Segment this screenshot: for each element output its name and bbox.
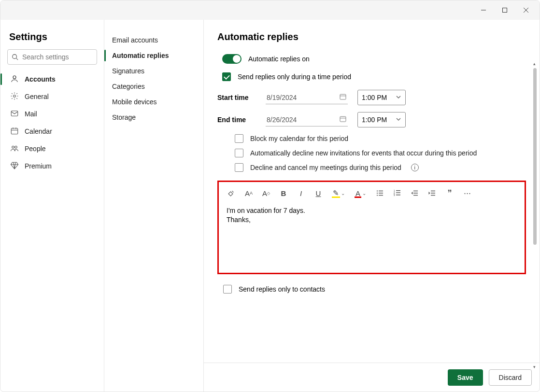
subnav-storage[interactable]: Storage — [104, 110, 203, 125]
svg-point-6 — [13, 76, 16, 79]
subnav-categories[interactable]: Categories — [104, 79, 203, 94]
sidebar-item-mail[interactable]: Mail — [5, 105, 99, 123]
svg-rect-33 — [413, 195, 418, 196]
svg-text:3: 3 — [394, 194, 395, 196]
svg-rect-34 — [431, 191, 435, 192]
decrease-indent-button[interactable] — [410, 188, 420, 198]
svg-point-14 — [15, 146, 17, 148]
svg-rect-28 — [396, 193, 400, 194]
decline-new-label: Automatically decline new invitations fo… — [250, 149, 477, 157]
contacts-only-checkbox[interactable] — [223, 285, 232, 294]
block-calendar-checkbox[interactable] — [235, 134, 243, 143]
decline-cancel-checkbox[interactable] — [235, 163, 243, 172]
sidebar-item-accounts[interactable]: Accounts — [5, 70, 99, 88]
sidebar-item-label: People — [25, 145, 46, 153]
search-input[interactable] — [7, 49, 97, 65]
bold-button[interactable]: B — [279, 188, 288, 198]
svg-point-19 — [377, 190, 378, 191]
calendar-icon — [339, 93, 347, 102]
format-painter-button[interactable] — [227, 188, 236, 198]
font-color-button[interactable]: A⌄ — [353, 188, 368, 198]
editor-toolbar: AA A◇ B I U ✎⌄ A⌄ 123 ” ⋯ — [219, 182, 525, 204]
accounts-subnav: Email accounts Automatic replies Signatu… — [104, 20, 204, 392]
svg-rect-1 — [503, 8, 507, 13]
svg-rect-8 — [11, 111, 18, 116]
number-list-button[interactable]: 123 — [393, 188, 402, 198]
end-time-select[interactable]: 1:00 PM — [357, 112, 406, 127]
time-period-label: Send replies only during a time period — [238, 73, 351, 81]
calendar-icon — [10, 126, 19, 137]
end-time-label: End time — [217, 116, 256, 124]
dialog-footer: Save Discard — [204, 363, 540, 392]
bullet-list-button[interactable] — [375, 188, 385, 198]
sidebar-item-label: Accounts — [25, 75, 56, 83]
close-button[interactable] — [515, 3, 537, 17]
decline-cancel-label: Decline and cancel my meetings during th… — [250, 164, 401, 171]
scroll-down-arrow[interactable]: ▾ — [533, 364, 536, 369]
scrollbar-thumb[interactable] — [533, 68, 537, 245]
subnav-automatic-replies[interactable]: Automatic replies — [104, 48, 203, 63]
sidebar-item-label: Premium — [25, 162, 52, 170]
svg-rect-15 — [340, 94, 346, 99]
svg-rect-36 — [431, 195, 435, 196]
svg-line-5 — [16, 58, 18, 60]
start-time-select[interactable]: 1:00 PM — [357, 90, 406, 105]
end-date-field[interactable]: 8/26/2024 — [266, 113, 348, 126]
page-title: Automatic replies — [217, 31, 526, 42]
decline-new-checkbox[interactable] — [235, 149, 243, 157]
font-size-button[interactable]: A◇ — [261, 188, 271, 198]
scroll-up-arrow[interactable]: ▴ — [533, 61, 536, 66]
sidebar-item-general[interactable]: General — [5, 88, 99, 105]
time-period-checkbox[interactable] — [222, 72, 231, 81]
maximize-button[interactable] — [494, 3, 515, 17]
subnav-mobile-devices[interactable]: Mobile devices — [104, 94, 203, 110]
font-button[interactable]: AA — [244, 188, 254, 198]
info-icon[interactable]: i — [411, 164, 419, 171]
diamond-icon — [10, 161, 19, 171]
sidebar-item-premium[interactable]: Premium — [5, 157, 99, 175]
subnav-email-accounts[interactable]: Email accounts — [104, 32, 203, 48]
main-panel: Automatic replies Automatic replies on S… — [204, 20, 540, 392]
more-formatting-button[interactable]: ⋯ — [462, 188, 472, 198]
search-icon — [12, 54, 18, 62]
sidebar-item-label: General — [25, 93, 49, 100]
highlight-button[interactable]: ✎⌄ — [331, 188, 345, 198]
svg-point-7 — [14, 95, 16, 97]
svg-rect-9 — [11, 128, 18, 134]
chevron-down-icon — [396, 94, 401, 101]
svg-point-21 — [377, 193, 378, 194]
settings-title: Settings — [5, 28, 99, 49]
save-button[interactable]: Save — [448, 369, 483, 386]
minimize-button[interactable] — [473, 3, 494, 17]
person-icon — [10, 74, 19, 84]
toggle-label: Automatic replies on — [248, 55, 310, 63]
quote-button[interactable]: ” — [445, 188, 455, 198]
increase-indent-button[interactable] — [427, 188, 437, 198]
automatic-replies-toggle[interactable] — [222, 54, 242, 64]
gear-icon — [10, 92, 19, 102]
envelope-icon — [10, 109, 19, 119]
svg-point-13 — [12, 146, 14, 148]
svg-rect-31 — [413, 191, 418, 192]
scrollbar[interactable]: ▴ ▾ — [533, 68, 538, 363]
start-time-label: Start time — [217, 94, 256, 101]
window-titlebar — [0, 0, 540, 20]
sidebar-item-label: Mail — [25, 110, 37, 118]
svg-rect-17 — [340, 116, 346, 122]
underline-button[interactable]: U — [313, 188, 323, 198]
subnav-signatures[interactable]: Signatures — [104, 63, 203, 79]
discard-button[interactable]: Discard — [489, 369, 532, 386]
svg-rect-24 — [379, 195, 383, 196]
svg-rect-35 — [431, 193, 435, 194]
reply-editor: AA A◇ B I U ✎⌄ A⌄ 123 ” ⋯ — [217, 181, 526, 274]
start-date-field[interactable]: 8/19/2024 — [266, 91, 348, 104]
svg-rect-20 — [379, 191, 383, 192]
calendar-icon — [339, 115, 347, 124]
sidebar-item-calendar[interactable]: Calendar — [5, 123, 99, 140]
editor-textarea[interactable]: I'm on vacation for 7 days. Thanks, — [219, 204, 525, 273]
contacts-only-label: Send replies only to contacts — [239, 285, 325, 293]
block-calendar-label: Block my calendar for this period — [250, 135, 348, 142]
sidebar-item-people[interactable]: People — [5, 140, 99, 157]
people-icon — [10, 144, 19, 154]
italic-button[interactable]: I — [296, 188, 306, 198]
